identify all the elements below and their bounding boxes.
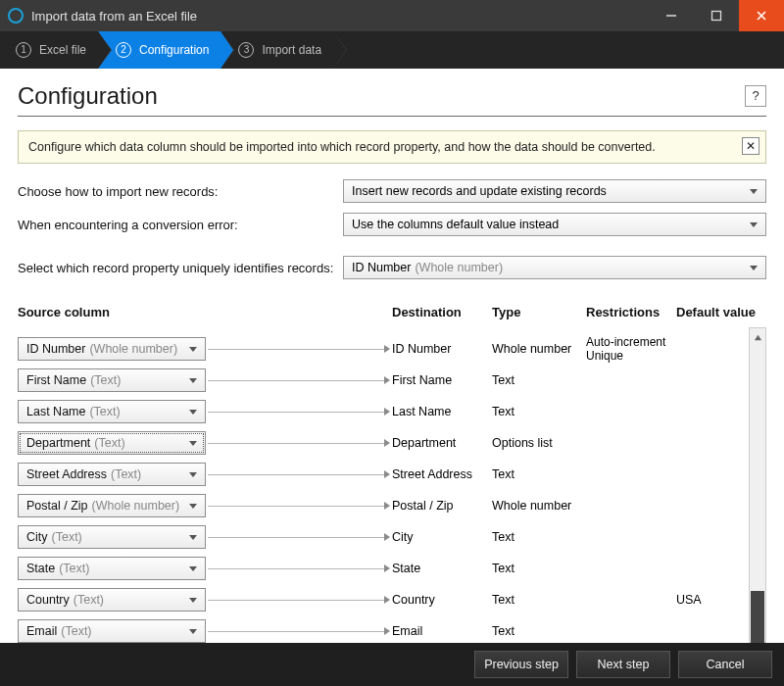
mapping-row: Last Name(Text)Last NameText [18, 396, 749, 427]
help-button[interactable]: ? [745, 85, 766, 107]
select-value: Use the columns default value instead [352, 218, 559, 231]
arrow-icon [206, 368, 392, 392]
source-type: (Text) [52, 530, 82, 544]
footer: Previous step Next step Cancel [0, 643, 784, 686]
step-import-data[interactable]: 3 Import data [220, 31, 333, 69]
mapping-row: State(Text)StateText [18, 553, 749, 584]
step-number: 3 [238, 42, 254, 58]
destination-value: Department [392, 436, 492, 450]
source-name: Department [26, 436, 90, 450]
source-column-select[interactable]: Email(Text) [18, 619, 206, 643]
mapping-table-header: Source column Destination Type Restricti… [18, 299, 766, 327]
arrow-icon [206, 494, 392, 517]
header-source: Source column [18, 305, 392, 319]
app-icon [8, 8, 24, 24]
import-mode-select[interactable]: Insert new records and update existing r… [343, 179, 766, 203]
import-mode-label: Choose how to import new records: [18, 184, 343, 199]
restrictions-value: Auto-incrementUnique [586, 335, 676, 364]
source-type: (Text) [90, 373, 121, 387]
source-column-select[interactable]: Postal / Zip(Whole number) [18, 494, 206, 517]
source-column-select[interactable]: City(Text) [18, 525, 206, 549]
source-type: (Text) [94, 436, 124, 450]
source-column-select[interactable]: Department(Text) [18, 431, 206, 455]
type-value: Text [492, 467, 586, 481]
previous-step-button[interactable]: Previous step [474, 651, 568, 678]
step-configuration[interactable]: 2 Configuration [98, 31, 220, 69]
source-column-select[interactable]: First Name(Text) [18, 368, 206, 392]
minimize-button[interactable] [649, 0, 694, 31]
window-title: Import data from an Excel file [31, 9, 197, 24]
source-name: Country [26, 593, 70, 607]
unique-property-select[interactable]: ID Number (Whole number) [343, 256, 766, 279]
destination-value: Last Name [392, 405, 492, 418]
arrow-icon [206, 557, 392, 580]
source-name: Postal / Zip [26, 499, 88, 513]
header-destination: Destination [392, 305, 492, 319]
scroll-track[interactable] [750, 346, 765, 624]
source-name: State [26, 562, 55, 575]
info-text: Configure which data column should be im… [28, 140, 656, 154]
mapping-row: Country(Text)CountryTextUSA [18, 584, 749, 615]
source-column-select[interactable]: Last Name(Text) [18, 400, 206, 423]
source-column-select[interactable]: Country(Text) [18, 588, 206, 612]
type-value: Text [492, 562, 586, 575]
source-name: Last Name [26, 405, 85, 418]
source-type: (Text) [111, 467, 141, 481]
step-excel-file[interactable]: 1 Excel file [4, 31, 98, 69]
mapping-row: ID Number(Whole number)ID NumberWhole nu… [18, 333, 749, 365]
source-column-select[interactable]: ID Number(Whole number) [18, 337, 206, 361]
source-column-select[interactable]: State(Text) [18, 557, 206, 580]
header-restrictions: Restrictions [586, 305, 676, 319]
type-value: Whole number [492, 499, 586, 513]
info-banner: Configure which data column should be im… [18, 130, 766, 164]
type-value: Options list [492, 436, 586, 450]
source-name: City [26, 530, 48, 544]
window: Import data from an Excel file 1 Excel f… [0, 0, 784, 686]
destination-value: Country [392, 593, 492, 607]
header-default: Default value [676, 305, 766, 319]
source-column-select[interactable]: Street Address(Text) [18, 463, 206, 486]
mapping-row: Department(Text)DepartmentOptions list [18, 427, 749, 459]
wizard-steps: 1 Excel file 2 Configuration 3 Import da… [0, 31, 784, 69]
source-name: First Name [26, 373, 86, 387]
close-button[interactable] [739, 0, 784, 31]
close-icon [756, 10, 767, 22]
mapping-row: First Name(Text)First NameText [18, 365, 749, 396]
arrow-icon [206, 619, 392, 643]
cancel-button[interactable]: Cancel [678, 651, 772, 678]
source-type: (Text) [61, 624, 91, 638]
step-label: Excel file [39, 43, 86, 57]
mapping-row: City(Text)CityText [18, 521, 749, 553]
destination-value: City [392, 530, 492, 544]
maximize-button[interactable] [694, 0, 739, 31]
arrow-icon [206, 588, 392, 612]
conversion-error-select[interactable]: Use the columns default value instead [343, 213, 766, 236]
source-type: (Text) [74, 593, 104, 607]
source-name: Street Address [26, 467, 107, 481]
source-type: (Text) [89, 405, 120, 418]
select-value-type: (Whole number) [415, 261, 503, 274]
scroll-up-button[interactable] [750, 328, 765, 346]
arrow-icon [206, 525, 392, 549]
mapping-row: Postal / Zip(Whole number)Postal / ZipWh… [18, 490, 749, 521]
source-type: (Text) [59, 562, 89, 575]
step-number: 2 [116, 42, 131, 58]
step-label: Configuration [139, 43, 209, 57]
type-value: Text [492, 624, 586, 638]
default-value: USA [676, 593, 749, 607]
mapping-row: Street Address(Text)Street AddressText [18, 459, 749, 490]
vertical-scrollbar[interactable] [749, 327, 766, 643]
arrow-icon [206, 431, 392, 455]
step-label: Import data [262, 43, 321, 57]
header-type: Type [492, 305, 586, 319]
select-value: ID Number [352, 261, 411, 274]
titlebar: Import data from an Excel file [0, 0, 784, 31]
source-name: ID Number [26, 342, 85, 356]
step-number: 1 [16, 42, 31, 58]
mapping-row: Email(Text)EmailText [18, 615, 749, 643]
scroll-thumb[interactable] [751, 591, 764, 643]
svg-marker-4 [754, 334, 760, 339]
next-step-button[interactable]: Next step [576, 651, 670, 678]
info-close-button[interactable]: ✕ [742, 137, 760, 155]
content-area: Configuration ? Configure which data col… [0, 69, 784, 643]
